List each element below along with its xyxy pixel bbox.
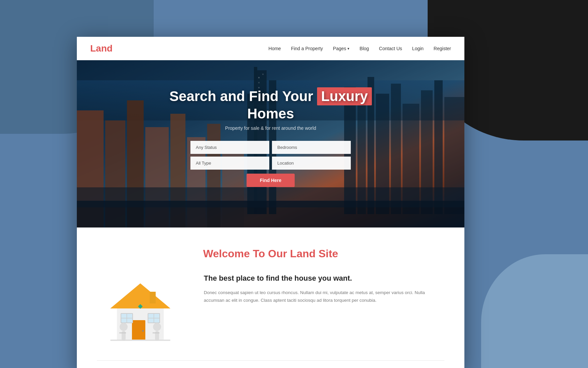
nav-item-register[interactable]: Register [434, 45, 451, 52]
nav-link-pages[interactable]: Pages [333, 46, 346, 51]
hero-content: Search and Find Your Luxury Homes Proper… [169, 87, 372, 187]
nav-link-home[interactable]: Home [269, 46, 281, 51]
welcome-card-body: Donec consequat sapien ut leo cursus rho… [204, 289, 444, 304]
logo-red-letters: and [96, 43, 113, 54]
welcome-title-colored: Land Site [290, 248, 338, 260]
hero-luxury-badge: Luxury [317, 87, 372, 105]
status-select[interactable]: Any Status For Sale For Rent [190, 141, 269, 154]
hero-title-line2: Homes [247, 106, 294, 121]
svg-point-39 [142, 330, 144, 332]
nav-link-contact[interactable]: Contact Us [379, 46, 402, 51]
welcome-card-heading: The best place to find the house you wan… [204, 273, 444, 284]
welcome-content: The best place to find the house you wan… [97, 273, 444, 347]
hero-subtitle: Property for sale & for rent around the … [169, 125, 372, 131]
search-form-footer: Find Here [190, 174, 351, 187]
chevron-down-icon: ▾ [347, 47, 349, 51]
search-form: Any Status For Sale For Rent Bedrooms 1 … [190, 141, 351, 187]
svg-point-41 [120, 323, 128, 331]
nav-item-home[interactable]: Home [269, 45, 281, 52]
hero-section: Search and Find Your Luxury Homes Proper… [77, 60, 464, 227]
nav-links: Home Find a Property Pages ▾ Blog Contac… [269, 45, 451, 52]
welcome-section: Welcome To Our Land Site [77, 227, 464, 368]
svg-rect-47 [150, 292, 156, 303]
logo-black-letter: L [90, 43, 96, 54]
house-svg [100, 273, 180, 347]
nav-link-register[interactable]: Register [434, 46, 451, 51]
find-here-button[interactable]: Find Here [247, 174, 295, 187]
location-select[interactable]: Location New York Los Angeles Chicago [272, 157, 351, 170]
section-divider [97, 360, 444, 361]
site-wrapper: Land Home Find a Property Pages ▾ Blog C… [77, 37, 464, 368]
nav-item-pages[interactable]: Pages ▾ [333, 46, 350, 51]
nav-item-login[interactable]: Login [412, 45, 424, 52]
svg-rect-40 [110, 340, 170, 341]
nav-link-login[interactable]: Login [412, 46, 424, 51]
nav-item-find-property[interactable]: Find a Property [291, 45, 323, 52]
bg-decoration-bottom-right [481, 254, 588, 368]
house-illustration [97, 273, 184, 347]
welcome-title: Welcome To Our Land Site [97, 248, 444, 260]
hero-title: Search and Find Your Luxury Homes [169, 87, 372, 122]
svg-point-44 [153, 323, 161, 331]
nav-item-blog[interactable]: Blog [359, 45, 369, 52]
nav-link-find-property[interactable]: Find a Property [291, 46, 323, 51]
type-select[interactable]: All Type House Apartment Villa [190, 157, 269, 170]
nav-link-blog[interactable]: Blog [359, 46, 369, 51]
welcome-text: The best place to find the house you wan… [204, 273, 444, 304]
welcome-title-main: Welcome To Our [203, 248, 287, 260]
bedrooms-select[interactable]: Bedrooms 1 2 3 4+ [272, 141, 351, 154]
hero-title-main: Search and Find Your [169, 88, 313, 104]
nav-item-contact[interactable]: Contact Us [379, 45, 402, 52]
navbar: Land Home Find a Property Pages ▾ Blog C… [77, 37, 464, 60]
site-logo[interactable]: Land [90, 43, 113, 54]
